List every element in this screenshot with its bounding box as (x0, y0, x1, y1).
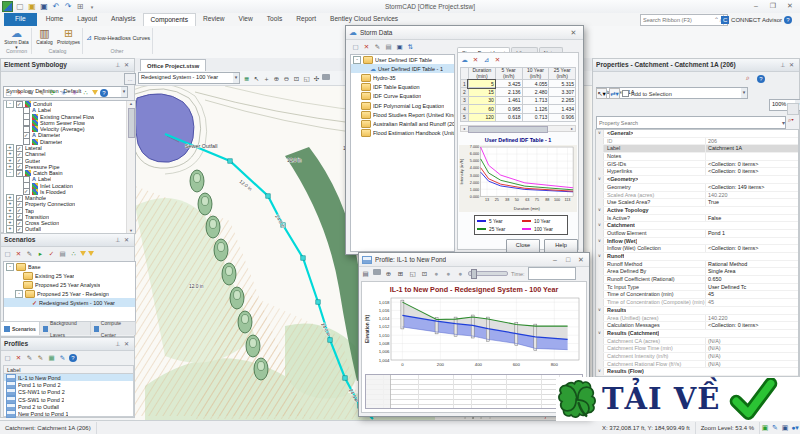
property-row[interactable]: Tc Input TypeUser Defined Tc (596, 284, 798, 292)
property-row[interactable]: Notes (596, 153, 798, 161)
export-icon[interactable]: ▤ (361, 269, 370, 278)
property-row[interactable]: Catchment Flow Time (min)(N/A) (596, 345, 798, 353)
pan-icon[interactable]: ✣ (312, 74, 321, 83)
property-row[interactable]: Hyperlinks<Collection: 0 items> (596, 168, 798, 176)
storm-data-tree[interactable]: -User Defined IDF Table☁User Defined IDF… (350, 54, 455, 252)
property-row[interactable]: Geometry<Collection: 149 items> (596, 184, 798, 192)
property-row[interactable]: Catchment Rational Flow (ft³/s)(N/A) (596, 361, 798, 369)
rename-icon[interactable]: ✎ (25, 249, 34, 258)
zoom-window-icon[interactable]: ⊡ (292, 74, 301, 83)
select-arrow-icon[interactable]: ↖ (252, 74, 261, 83)
zoom-to-element-icon[interactable]: ⌕ (746, 74, 750, 82)
property-row[interactable]: Calculation Messages<Collection: 0 items… (596, 322, 798, 330)
new-icon[interactable]: ▢ (3, 249, 12, 258)
property-row[interactable]: Catchment Intensity (in/h)(N/A) (596, 353, 798, 361)
idf-table-cell[interactable]: 15 (468, 88, 495, 96)
idf-table-cell[interactable]: 5.315 (549, 80, 576, 88)
map-pond[interactable] (135, 94, 194, 162)
property-row[interactable]: Time of Concentration (min)45 (596, 291, 798, 299)
property-row[interactable]: Time of Concentration (Composite) (min)4… (596, 299, 798, 307)
pin-icon[interactable]: ⊥ (113, 234, 122, 246)
property-row[interactable]: Inflow (Wet) Collection<Collection: 0 it… (596, 245, 798, 253)
layers-icon[interactable]: ≣ (242, 74, 251, 83)
redo-icon[interactable]: ↷ (63, 2, 73, 12)
star-blue-icon[interactable]: ✳ (59, 88, 68, 97)
help-icon[interactable]: ? (69, 354, 77, 362)
idf-table-cell[interactable]: 1 (461, 80, 469, 88)
help-icon[interactable]: ? (757, 75, 765, 83)
time-slider[interactable] (468, 271, 508, 276)
close-button[interactable]: Close (506, 239, 540, 253)
close-icon[interactable]: ✕ (567, 27, 580, 39)
property-row[interactable]: LabelCatchment 1A (596, 145, 798, 153)
pin-icon[interactable]: ⊥ (113, 59, 122, 71)
idf-table-cell[interactable]: 1.126 (522, 105, 549, 113)
connect-advisor[interactable]: ⌃ C CONNECT Advisor ? (714, 14, 792, 25)
close-icon[interactable]: ✕ (787, 59, 796, 71)
pin-icon[interactable]: ⊥ (113, 338, 122, 350)
rename-icon[interactable]: ✎ (25, 353, 34, 362)
delete-icon[interactable]: ✕ (493, 55, 502, 64)
ribbon-tab-home[interactable]: Home (39, 13, 71, 26)
scenarios-tree[interactable]: -BaseExisting 25 YearProposed 25 Year An… (3, 261, 136, 324)
symbology-tree-item[interactable]: +Outfall (4, 226, 135, 232)
checkbox[interactable] (16, 170, 23, 177)
ribbon-tab-file[interactable]: File (4, 13, 37, 26)
property-category-row[interactable]: ∨Inflow (Wet) (596, 238, 798, 246)
tab-compute-center[interactable]: Compute Center (91, 322, 136, 335)
idf-table-cell[interactable]: 0.965 (495, 105, 522, 113)
idf-table-cell[interactable]: 60 (468, 105, 495, 113)
report-icon[interactable]: ▤ (384, 42, 393, 51)
print-icon[interactable] (373, 269, 381, 275)
flow-headloss-button[interactable]: ⊿ Flow-Headloss Curves (86, 34, 150, 42)
rename-icon[interactable]: ✎ (26, 88, 35, 97)
save-icon[interactable]: ▣ (395, 42, 404, 51)
close-icon[interactable]: ✕ (576, 254, 586, 266)
edit-icon[interactable]: ✎ (37, 88, 46, 97)
rename-icon[interactable]: ✎ (373, 42, 382, 51)
table-row[interactable]: 4600.9651.1261.434 (461, 105, 576, 113)
scenario-selector[interactable]: Redesigned System - 100 Year (138, 72, 240, 84)
new-file-icon[interactable]: ▢ (15, 2, 25, 12)
search-icon[interactable]: ⌕▾ (788, 117, 794, 124)
ribbon-tab-review[interactable]: Review (196, 13, 232, 26)
table-row[interactable]: 51200.6180.7130.906 (461, 113, 576, 121)
copy-icon[interactable]: ⊞ (396, 269, 405, 278)
refresh-icon[interactable]: ⟳ (48, 88, 57, 97)
storm-tree-item[interactable]: Hydro-35 (351, 73, 454, 82)
property-category-row[interactable]: ∨<General> (596, 130, 798, 138)
idf-table-cell[interactable]: 1.713 (522, 96, 549, 104)
open-file-icon[interactable]: ▣ (27, 2, 37, 12)
idf-table-cell[interactable]: 0.713 (522, 113, 549, 121)
idf-table-cell[interactable]: 2 (461, 88, 469, 96)
time-input[interactable] (528, 267, 576, 280)
property-row[interactable]: GIS-IDs<Collection: 0 items> (596, 161, 798, 169)
element-symbology-tree[interactable]: ▲▼ -ConduitALabelExisting Channel FlowSt… (3, 100, 136, 234)
idf-table-cell[interactable]: 1.434 (549, 105, 576, 113)
storm-tree-item[interactable]: Flood Studies Report (United Kingdom) (351, 110, 454, 119)
storm-dialog-titlebar[interactable]: ☁ Storm Data ✕ (346, 26, 583, 40)
zoom-center-icon[interactable]: ＋ (262, 74, 271, 83)
idf-table-cell[interactable]: 2.480 (522, 88, 549, 96)
red-check-icon[interactable]: ✓ (47, 249, 56, 258)
profiles-column-header[interactable]: Label (3, 365, 134, 374)
zoom-extents-icon[interactable]: ◱ (408, 269, 417, 278)
property-row[interactable]: Area (Unified) (acres)140.220 (596, 315, 798, 323)
idf-table-cell[interactable]: 30 (468, 96, 495, 104)
close-icon[interactable]: ✕ (122, 338, 131, 350)
property-row[interactable]: Scaled Area (acres)140.220 (596, 192, 798, 200)
minimize-icon[interactable]: – (550, 254, 560, 266)
scenario-tree-item[interactable]: -Proposed 25 Year - Redesign (4, 289, 135, 298)
ribbon-tab-analysis[interactable]: Analysis (104, 13, 143, 26)
storm-tree-item[interactable]: Australian Rainfall and Runoff (2016) (351, 119, 454, 128)
property-row[interactable]: ID206 (596, 138, 798, 146)
new-icon[interactable]: ▢ (3, 353, 12, 362)
scrollbar[interactable]: ▲▼ (126, 101, 135, 233)
idf-table-cell[interactable]: 3 (461, 96, 469, 104)
storm-data-button[interactable]: ☁ Storm Data ▾ (3, 28, 30, 50)
play-icon[interactable]: ▸ (36, 249, 45, 258)
star-purple-icon[interactable]: ✳ (70, 88, 79, 97)
filter-icon[interactable] (92, 90, 98, 95)
symbology-more-button[interactable]: … (124, 73, 136, 85)
property-grid[interactable]: ∨<General>ID206LabelCatchment 1ANotesGIS… (595, 129, 799, 377)
